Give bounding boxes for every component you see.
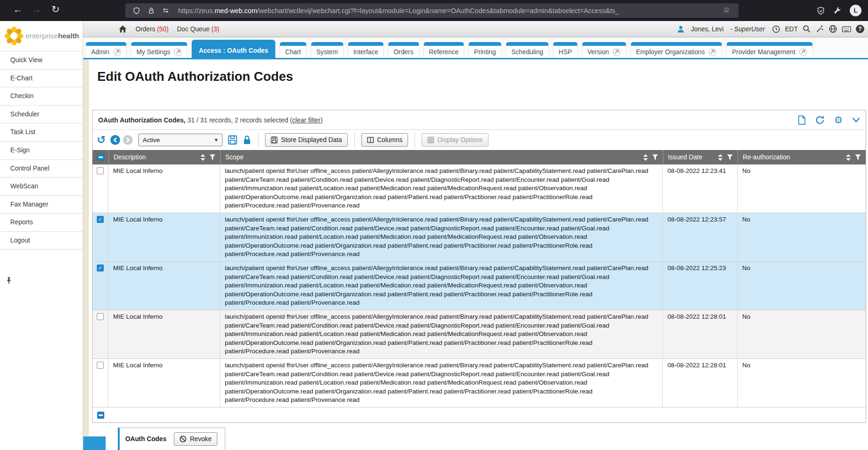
user-name[interactable]: Jones, Levi [691, 26, 724, 33]
popout-icon[interactable] [613, 48, 621, 56]
gear-icon[interactable]: ⚙ [834, 115, 843, 125]
globe-icon[interactable] [829, 25, 837, 33]
wand-icon[interactable] [816, 25, 824, 33]
issued-header-icons [714, 154, 733, 161]
filter-funnel-icon[interactable] [855, 154, 861, 160]
refresh-icon[interactable] [815, 115, 825, 125]
orders-link[interactable]: Orders (50) [136, 26, 169, 33]
filter-funnel-icon[interactable] [209, 154, 215, 160]
sidebar-item-checkin[interactable]: Checkin [0, 87, 83, 105]
tab-version[interactable]: Version [582, 42, 626, 58]
row-checkbox[interactable] [97, 313, 104, 320]
tab-orders[interactable]: Orders [388, 42, 419, 58]
row-checkbox[interactable]: ✓ [97, 264, 104, 271]
table-row[interactable]: MIE Local Inferno launch/patient openid … [93, 359, 866, 407]
column-description[interactable]: Description [114, 154, 146, 161]
lock-icon[interactable] [148, 7, 155, 14]
clock-icon[interactable] [772, 25, 780, 33]
sort-icon[interactable] [846, 154, 851, 161]
row-checkbox[interactable] [97, 167, 104, 174]
tab-provider-management[interactable]: Provider Management [726, 42, 813, 58]
tracking-shield-icon[interactable] [817, 7, 825, 15]
row-issued-date: 08-08-2022 12:23:41 [663, 164, 738, 213]
row-scope: launch/patient openid fhirUser offline_a… [220, 164, 663, 213]
sidebar-item-logout[interactable]: Logout [0, 231, 83, 250]
popout-icon[interactable] [174, 48, 182, 56]
lock-filter-icon[interactable] [243, 135, 251, 145]
sidebar-menu: Quick ViewE-ChartCheckinSchedulerTask Li… [0, 51, 83, 250]
undo-icon[interactable]: ↺ [97, 134, 106, 146]
permissions-icon[interactable] [162, 7, 170, 14]
table-row[interactable]: ✓ MIE Local Inferno launch/patient openi… [93, 213, 866, 262]
sidebar-item-reports[interactable]: Reports [0, 213, 83, 231]
footer-select-all-checkbox[interactable] [97, 412, 104, 419]
row-checkbox[interactable]: ✓ [97, 216, 104, 223]
popout-icon[interactable] [709, 48, 717, 56]
external-link-icon [115, 50, 120, 54]
tab-my-settings[interactable]: My Settings [131, 42, 187, 58]
sidebar-item-task-list[interactable]: Task List [0, 123, 83, 141]
table-row[interactable]: MIE Local Inferno launch/patient openid … [93, 164, 866, 213]
columns-button[interactable]: Columns [361, 133, 408, 147]
home-icon[interactable] [118, 25, 127, 33]
store-displayed-data-button[interactable]: Store Displayed Data [265, 133, 347, 147]
sidebar-item-e-sign[interactable]: E-Sign [0, 141, 83, 159]
clear-filter-link[interactable]: clear filter [292, 116, 321, 124]
browser-back-icon[interactable]: ← [10, 5, 25, 14]
sidebar-item-quick-view[interactable]: Quick View [0, 51, 83, 69]
new-record-icon[interactable] [798, 115, 806, 125]
address-bar[interactable]: https://zeus.med-web.com/webchart/wctlev… [125, 3, 739, 18]
sidebar-item-fax-manager[interactable]: Fax Manager [0, 195, 83, 214]
profile-avatar[interactable]: L [850, 5, 861, 16]
tab-scheduling[interactable]: Scheduling [506, 42, 549, 58]
row-checkbox[interactable] [97, 362, 104, 369]
display-options-button[interactable]: Display Options [422, 133, 488, 147]
search-icon[interactable] [803, 25, 811, 33]
tab-printing[interactable]: Printing [468, 42, 502, 58]
sidebar-item-e-chart[interactable]: E-Chart [0, 69, 83, 87]
collapse-chevron-icon[interactable] [852, 117, 860, 123]
page-previous-icon[interactable] [110, 135, 120, 145]
keyboard-icon[interactable] [842, 26, 851, 33]
pushpin-icon[interactable] [6, 277, 12, 284]
column-issued-date[interactable]: Issued Date [668, 154, 703, 161]
url-text[interactable]: https://zeus.med-web.com/webchart/wctlev… [178, 7, 674, 14]
page-next-icon[interactable] [123, 135, 133, 145]
sort-icon[interactable] [643, 154, 648, 161]
revoke-button[interactable]: Revoke [174, 432, 217, 446]
sidebar-item-control-panel[interactable]: Control Panel [0, 159, 83, 178]
popout-icon[interactable] [799, 48, 807, 56]
filter-funnel-icon[interactable] [727, 154, 733, 160]
table-row[interactable]: MIE Local Inferno launch/patient openid … [93, 310, 866, 359]
tab-interface[interactable]: Interface [348, 42, 384, 58]
help-icon[interactable]: ? [856, 25, 864, 33]
tab-chart[interactable]: Chart [280, 42, 307, 58]
save-filter-icon[interactable] [228, 135, 237, 145]
select-all-checkbox[interactable] [97, 154, 104, 161]
tab-reference[interactable]: Reference [423, 42, 465, 58]
table-row[interactable]: ✓ MIE Local Inferno launch/patient openi… [93, 262, 866, 310]
browser-forward-icon[interactable]: → [29, 5, 44, 14]
sort-icon[interactable] [718, 154, 723, 161]
status-filter-select[interactable]: Active▼ [138, 134, 222, 146]
tab-access-oauth-codes[interactable]: Access : OAuth Codes [192, 40, 275, 58]
tab-label: Printing [474, 49, 496, 56]
wrench-icon[interactable] [833, 7, 841, 14]
sidebar-item-scheduler[interactable]: Scheduler [0, 105, 83, 123]
tab-label: Chart [285, 49, 301, 56]
sidebar-item-webscan[interactable]: WebScan [0, 177, 83, 195]
tab-system[interactable]: System [311, 42, 344, 58]
sort-icon[interactable] [201, 154, 205, 161]
tab-hsp[interactable]: HSP [553, 42, 577, 58]
doc-queue-link[interactable]: Doc Queue (3) [177, 26, 220, 33]
browser-refresh-icon[interactable]: ↻ [49, 4, 63, 14]
bookmark-star-icon[interactable]: ☆ [723, 5, 730, 15]
column-scope[interactable]: Scope [225, 154, 244, 161]
tab-employer-organizations[interactable]: Employer Organizations [631, 42, 722, 58]
column-reauthorization[interactable]: Re-authorization [743, 154, 790, 161]
popout-icon[interactable] [113, 48, 121, 56]
shield-icon[interactable] [133, 7, 140, 14]
tab-oauth-codes[interactable]: OAuth Codes [125, 436, 166, 443]
filter-funnel-icon[interactable] [652, 154, 658, 160]
tab-admin[interactable]: Admin [86, 42, 127, 58]
